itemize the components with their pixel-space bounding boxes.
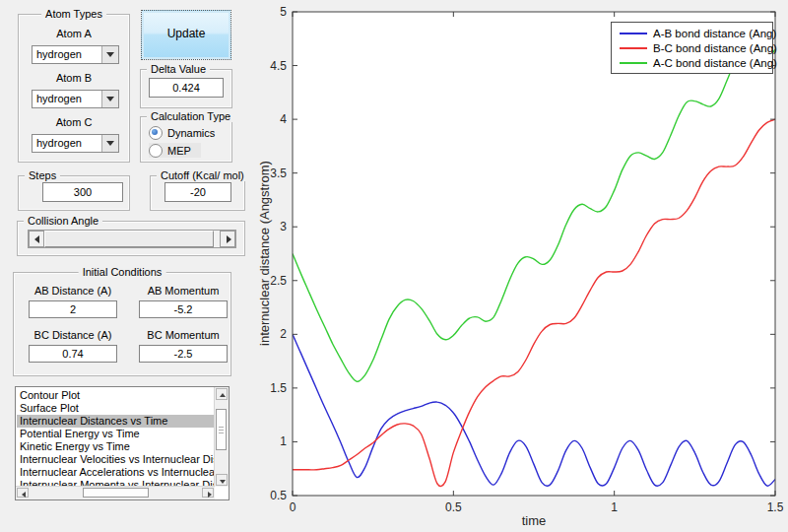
plot-canvas: 00.511.50.511.522.533.544.55 [0,0,788,532]
legend-entry: A-B bond distance (Ang) [612,26,772,40]
y-tick-label: 2.5 [270,274,287,288]
dynamics-gui-window: Atom Types Atom A hydrogen Atom B hydrog… [0,0,788,532]
legend-label: B-C bond distance (Ang) [653,42,777,54]
y-axis-label: internuclear distance (Angstrom) [257,161,272,346]
legend-line-sample [620,33,647,34]
y-tick-label: 5 [280,5,287,19]
legend-line-sample [620,47,647,49]
plot-background [293,12,775,496]
legend-line-sample [620,62,647,64]
y-tick-label: 1.5 [270,381,287,395]
y-tick-label: 3.5 [270,166,287,180]
legend-label: A-C bond distance (Ang) [653,57,777,69]
legend-label: A-B bond distance (Ang) [653,28,776,39]
x-tick-label: 1.5 [767,500,784,514]
y-tick-label: 2 [280,327,287,341]
y-tick-label: 0.5 [270,489,287,502]
y-tick-label: 4.5 [270,59,287,73]
x-tick-label: 1 [611,500,618,514]
legend-entry: B-C bond distance (Ang) [612,40,772,55]
legend-entry: A-C bond distance (Ang) [612,55,772,70]
y-tick-label: 3 [280,220,287,233]
x-tick-label: 0 [290,500,296,514]
plot-legend: A-B bond distance (Ang) B-C bond distanc… [611,22,773,74]
y-tick-label: 1 [280,434,287,448]
x-tick-label: 0.5 [445,500,462,514]
y-tick-label: 4 [280,112,287,126]
x-axis-label: time [522,513,547,528]
